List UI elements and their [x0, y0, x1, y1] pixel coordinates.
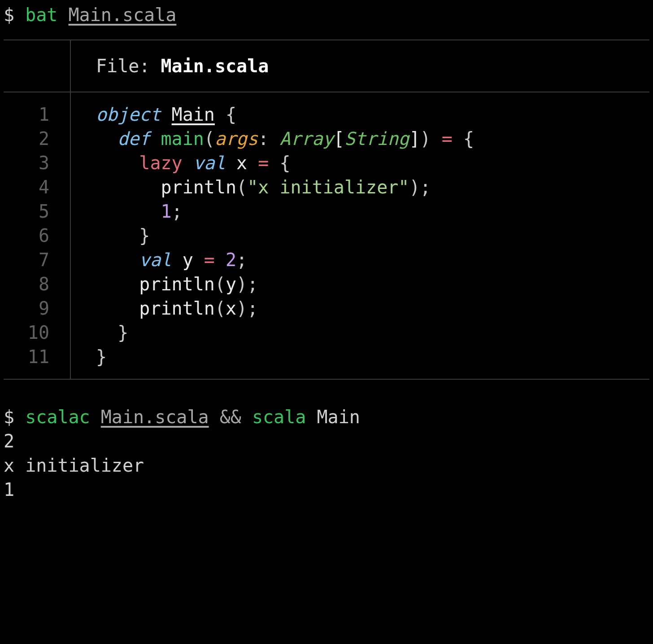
ident-x: x — [236, 153, 247, 173]
number-literal: 1 — [161, 201, 172, 222]
brace-open: { — [463, 128, 474, 149]
fn-println: println — [161, 177, 237, 197]
code-line: object Main { — [96, 102, 649, 127]
space — [150, 128, 161, 149]
paren-open: ( — [215, 274, 226, 294]
line-number: 10 — [4, 320, 70, 345]
ident-x: x — [226, 298, 236, 319]
bat-output-box: File: Main.scala 1 2 3 4 5 6 7 8 9 10 11… — [4, 39, 649, 380]
cmd2-exe2: scala — [252, 407, 306, 427]
code-line: println("x initializer"); — [96, 175, 649, 199]
semicolon: ; — [172, 201, 183, 222]
code-line: println(y); — [96, 272, 649, 296]
paren-open: ( — [215, 298, 226, 319]
line-number: 11 — [4, 345, 70, 369]
cmd2-arg1: Main.scala — [101, 407, 209, 427]
code-line: def main(args: Array[String]) = { — [96, 127, 649, 151]
bat-body: 1 2 3 4 5 6 7 8 9 10 11 object Main { de… — [4, 92, 649, 379]
prompt-symbol: $ — [4, 4, 25, 25]
paren-close: ) — [420, 128, 431, 149]
brace-close: } — [118, 322, 128, 343]
bracket-close: ] — [409, 128, 420, 149]
code-line: lazy val x = { — [96, 151, 649, 175]
line-number: 3 — [4, 151, 70, 175]
number-literal: 2 — [226, 250, 236, 270]
indent — [96, 250, 139, 270]
line-number: 6 — [4, 223, 70, 248]
file-name: Main.scala — [161, 56, 269, 76]
paren-close: ) — [236, 274, 247, 294]
space — [172, 250, 183, 270]
fn-println: println — [139, 274, 215, 294]
paren-open: ( — [204, 128, 215, 149]
kw-def: def — [118, 128, 150, 149]
space — [161, 104, 172, 125]
line-number: 1 — [4, 102, 70, 127]
cmd2-exe1: scalac — [25, 407, 90, 427]
line-number: 8 — [4, 272, 70, 296]
command-line-2[interactable]: $ scalac Main.scala && scala Main — [4, 405, 649, 429]
kw-val: val — [139, 250, 171, 270]
cmd2-op: && — [220, 407, 241, 427]
indent — [96, 298, 139, 319]
space — [241, 407, 252, 427]
type-string: String — [344, 128, 409, 149]
terminal: $ bat Main.scala File: Main.scala 1 2 3 … — [0, 0, 653, 506]
space — [215, 104, 226, 125]
semicolon: ; — [420, 177, 431, 197]
space — [90, 407, 101, 427]
cmd2-arg2: Main — [317, 407, 360, 427]
equals: = — [193, 250, 226, 270]
fn-println: println — [139, 298, 215, 319]
string-literal: "x initializer" — [247, 177, 409, 197]
code-pane[interactable]: object Main { def main(args: Array[Strin… — [71, 92, 649, 379]
indent — [96, 128, 118, 149]
stdout-line: 2 — [4, 429, 649, 453]
space — [183, 153, 193, 173]
brace-open: { — [279, 153, 290, 173]
code-line: } — [96, 320, 649, 345]
line-number: 9 — [4, 296, 70, 320]
semicolon: ; — [247, 298, 258, 319]
space — [306, 407, 317, 427]
param-args: args — [215, 128, 258, 149]
line-number: 4 — [4, 175, 70, 199]
indent — [96, 225, 139, 246]
ident-main: Main — [172, 104, 215, 125]
paren-close: ) — [409, 177, 420, 197]
code-line: 1; — [96, 199, 649, 223]
space — [57, 4, 68, 25]
code-line: val y = 2; — [96, 248, 649, 272]
bracket-open: [ — [334, 128, 344, 149]
code-line: } — [96, 223, 649, 248]
ident-y: y — [183, 250, 193, 270]
command-line-1[interactable]: $ bat Main.scala — [4, 3, 649, 27]
brace-close: } — [139, 225, 150, 246]
bat-header-content: File: Main.scala — [71, 40, 649, 92]
cmd1-arg: Main.scala — [69, 4, 177, 25]
bat-header-row: File: Main.scala — [4, 40, 649, 92]
line-number-gutter: 1 2 3 4 5 6 7 8 9 10 11 — [4, 92, 71, 379]
kw-object: object — [96, 104, 161, 125]
line-number: 7 — [4, 248, 70, 272]
indent — [96, 153, 139, 173]
kw-lazy: lazy — [139, 153, 182, 173]
bat-header-gutter — [4, 40, 71, 92]
file-label: File: — [96, 56, 161, 76]
kw-val: val — [193, 153, 226, 173]
paren-close: ) — [236, 298, 247, 319]
stdout-line: x initializer — [4, 453, 649, 478]
stdout-line: 1 — [4, 478, 649, 502]
type-array: Array — [279, 128, 333, 149]
indent — [96, 274, 139, 294]
code-line: } — [96, 345, 649, 369]
line-number: 5 — [4, 199, 70, 223]
code-line: println(x); — [96, 296, 649, 320]
semicolon: ; — [247, 274, 258, 294]
prompt-symbol: $ — [4, 407, 25, 427]
brace-open: { — [226, 104, 236, 125]
indent — [96, 177, 161, 197]
command-2-block: $ scalac Main.scala && scala Main 2 x in… — [4, 405, 649, 502]
equals: = — [247, 153, 279, 173]
space — [209, 407, 220, 427]
